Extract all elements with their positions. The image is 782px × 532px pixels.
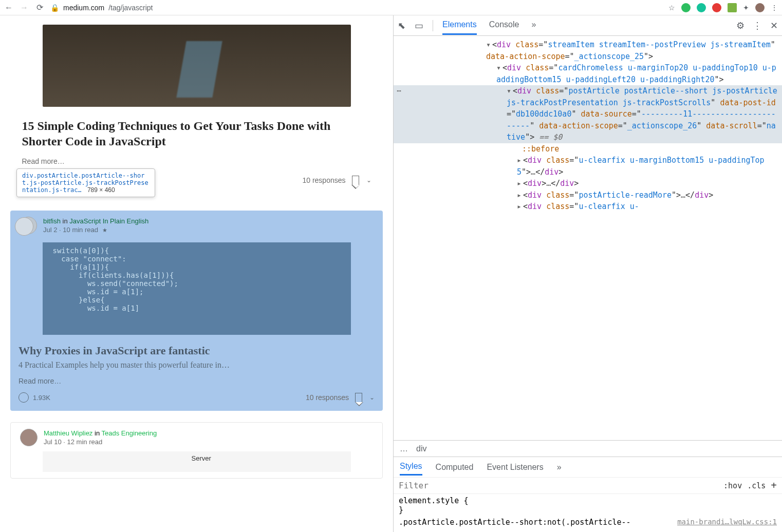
- responses-link[interactable]: 10 responses: [302, 176, 345, 184]
- element-style-block[interactable]: element.style { }: [399, 496, 777, 515]
- publication-link[interactable]: JavaScript In Plain English: [69, 217, 148, 225]
- bookmark-icon[interactable]: [352, 176, 359, 185]
- devtools-toolbar: ⬉ ▭ Elements Console » ⚙ ⋮ ✕: [394, 15, 782, 36]
- tab-elements[interactable]: Elements: [442, 16, 477, 35]
- extensions-menu-icon[interactable]: ✦: [743, 4, 749, 12]
- gear-icon[interactable]: ⚙: [736, 20, 744, 31]
- breadcrumb-ellipsis[interactable]: …: [400, 444, 408, 453]
- chevron-down-icon[interactable]: ⌄: [366, 177, 371, 184]
- divider: [433, 20, 433, 31]
- address-bar[interactable]: 🔒 medium.com/tag/javascript: [50, 4, 662, 12]
- article-title[interactable]: 15 Simple Coding Techniques to Get Your …: [22, 118, 371, 149]
- read-more-link[interactable]: Read more…: [22, 157, 371, 165]
- read-time: 10 min read: [63, 226, 98, 234]
- extension-icons: ☆ ✦ ⋮: [668, 3, 778, 12]
- extension-red-icon[interactable]: [712, 3, 721, 12]
- styles-pane[interactable]: element.style { } main-brandi…lwqLw.css:…: [394, 493, 782, 532]
- dom-attr-postid: db100ddc10a0: [516, 109, 571, 119]
- styles-filter-row: :hov .cls +: [394, 477, 782, 493]
- author-link[interactable]: bitfish: [43, 217, 61, 225]
- evernote-icon[interactable]: [681, 3, 691, 12]
- byline-in: in: [63, 217, 68, 225]
- device-toggle-icon[interactable]: ▭: [415, 20, 423, 31]
- tabs-overflow-icon[interactable]: »: [557, 460, 562, 475]
- post-date: Jul 10: [44, 438, 62, 446]
- star-icon[interactable]: ☆: [668, 4, 675, 12]
- grammarly-icon[interactable]: [697, 3, 706, 12]
- article-hero-code-image[interactable]: switch(a[0]){ case "connect": if(a[1]){ …: [43, 242, 351, 335]
- browser-toolbar: ← → ⟳ 🔒 medium.com/tag/javascript ☆ ✦ ⋮: [0, 0, 782, 15]
- article-title[interactable]: Why Proxies in JavaScript are fantastic: [18, 344, 377, 357]
- tooltip-dimensions: 789 × 460: [87, 186, 115, 194]
- members-star-icon: ★: [102, 227, 107, 233]
- new-style-rule-icon[interactable]: +: [771, 480, 777, 491]
- rule-selector[interactable]: .postArticle.postArticle--short:not(.pos…: [399, 518, 631, 527]
- kebab-menu-icon[interactable]: ⋮: [753, 20, 762, 31]
- dom-attr-class: u-clearfix u-: [579, 202, 639, 211]
- url-path: /tag/javascript: [108, 4, 153, 12]
- inspector-element-tooltip: div.postArticle.postArticle--short.js-po…: [16, 168, 155, 197]
- dom-attr-class: postArticle-readMore: [579, 191, 672, 200]
- dom-pseudo-before: ::before: [522, 144, 559, 154]
- cls-toggle[interactable]: .cls: [747, 481, 766, 490]
- bookmark-icon[interactable]: [355, 393, 362, 402]
- responses-link[interactable]: 10 responses: [306, 393, 349, 402]
- clap-count: 1.93K: [33, 394, 50, 402]
- article-card-3: Matthieu Wipliez in Teads Engineering Ju…: [10, 422, 383, 479]
- tab-event-listeners[interactable]: Event Listeners: [487, 460, 543, 475]
- tab-console[interactable]: Console: [489, 16, 519, 35]
- dom-selected-node[interactable]: ▾<div class="postArticle postArticle--sh…: [394, 85, 782, 143]
- back-button[interactable]: ←: [4, 3, 13, 12]
- profile-avatar-icon[interactable]: [755, 3, 765, 12]
- article-footer: 1.93K 10 responses ⌄: [16, 392, 377, 405]
- devtools-panel: ⬉ ▭ Elements Console » ⚙ ⋮ ✕ ▾<div class…: [393, 15, 782, 532]
- article-subtitle: 4 Practical Examples help you master thi…: [18, 360, 377, 370]
- read-time: 12 min read: [67, 438, 103, 446]
- publication-link[interactable]: Teads Engineering: [102, 429, 157, 437]
- lock-icon: 🔒: [50, 4, 59, 12]
- tab-computed[interactable]: Computed: [436, 460, 474, 475]
- read-more-link[interactable]: Read more…: [18, 377, 377, 385]
- inspect-element-icon[interactable]: ⬉: [398, 20, 405, 31]
- article-hero-image[interactable]: [43, 25, 351, 107]
- tabs-overflow-icon[interactable]: »: [531, 16, 536, 35]
- close-icon[interactable]: ✕: [770, 20, 778, 31]
- tooltip-selector: div.postArticle.postArticle--short.js-po…: [22, 172, 148, 194]
- byline-in: in: [95, 429, 100, 437]
- dom-attr-scope: _actionscope_25: [574, 52, 644, 61]
- extension-green-icon[interactable]: [728, 3, 737, 12]
- hov-toggle[interactable]: :hov: [723, 481, 742, 490]
- dom-breadcrumb[interactable]: … div: [394, 440, 782, 457]
- rule-source-link[interactable]: main-brandi…lwqLw.css:1: [677, 518, 777, 526]
- article-card-1: 15 Simple Coding Techniques to Get Your …: [22, 25, 371, 185]
- tab-styles[interactable]: Styles: [400, 459, 422, 476]
- url-host: medium.com: [63, 4, 104, 12]
- dom-attr-class: streamItem streamItem--postPreview js-st…: [548, 40, 770, 49]
- clap-icon[interactable]: [18, 392, 29, 403]
- diagram-server-label: Server: [192, 454, 211, 462]
- chevron-down-icon[interactable]: ⌄: [369, 394, 375, 401]
- styles-tabs: Styles Computed Event Listeners »: [394, 457, 782, 477]
- author-avatar-icon[interactable]: [20, 429, 38, 446]
- article-hero-diagram[interactable]: Server: [43, 451, 351, 472]
- article-byline: Matthieu Wipliez in Teads Engineering Ju…: [17, 429, 376, 446]
- reload-button[interactable]: ⟳: [35, 3, 44, 12]
- author-link[interactable]: Matthieu Wipliez: [44, 429, 92, 437]
- dom-attr-scope: _actionscope_26: [627, 121, 697, 130]
- post-date: Jul 2: [43, 226, 57, 234]
- browser-menu-icon[interactable]: ⋮: [771, 4, 778, 12]
- styles-filter-input[interactable]: [399, 481, 718, 490]
- forward-button[interactable]: →: [20, 3, 29, 12]
- author-avatar-icon[interactable]: [20, 217, 37, 234]
- devtools-tabs: Elements Console »: [442, 16, 536, 35]
- dom-dollar-zero: == $0: [534, 132, 562, 142]
- breadcrumb-current[interactable]: div: [416, 444, 426, 453]
- article-byline: bitfish in JavaScript In Plain English J…: [16, 217, 377, 234]
- page-viewport: 15 Simple Coding Techniques to Get Your …: [0, 15, 393, 532]
- dom-tree[interactable]: ▾<div class="streamItem streamItem--post…: [394, 36, 782, 440]
- article-card-2-highlighted[interactable]: bitfish in JavaScript In Plain English J…: [10, 211, 383, 411]
